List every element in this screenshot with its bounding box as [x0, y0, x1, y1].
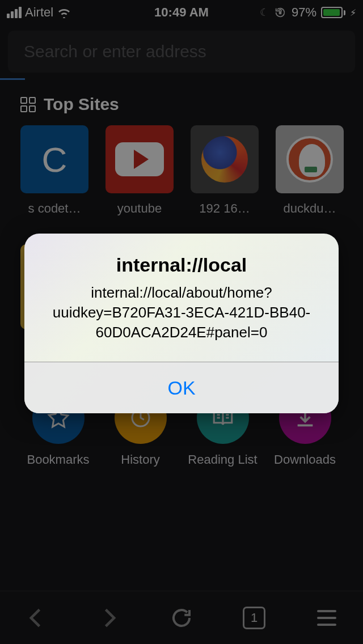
alert-title: internal://local [38, 254, 325, 276]
alert-dialog: internal://local internal://local/about/… [24, 234, 339, 413]
alert-message: internal://local/about/home?uuidkey=B720… [38, 283, 325, 342]
alert-ok-button[interactable]: OK [24, 362, 339, 413]
alert-body: internal://local internal://local/about/… [24, 234, 339, 362]
